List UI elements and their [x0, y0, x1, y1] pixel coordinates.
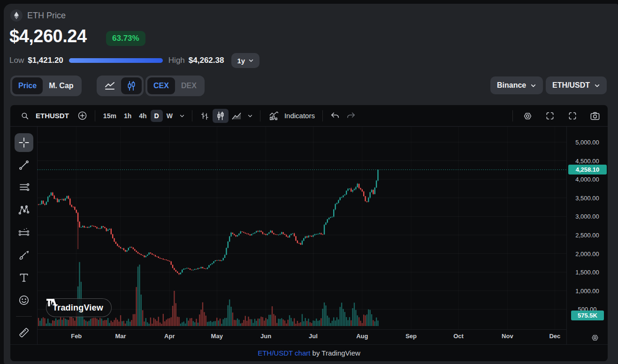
- month-tick-label: Nov: [502, 333, 513, 340]
- gear-icon: [591, 334, 599, 342]
- candlestick-chart-pane[interactable]: TradingView: [38, 127, 566, 329]
- price-tick-label: 2,500.00: [567, 232, 608, 239]
- controls-row: Price M. Cap CEX DEX Binance ETH/USDT: [4, 76, 618, 97]
- interval-4h[interactable]: 4h: [135, 110, 150, 122]
- month-tick-label: Aug: [356, 333, 368, 340]
- metric-toggle: Price M. Cap: [10, 76, 82, 96]
- trend-line-tool-button[interactable]: [15, 156, 33, 174]
- price-axis[interactable]: 5,000.004,500.004,000.003,500.003,000.00…: [566, 127, 608, 344]
- interval-1d[interactable]: D: [151, 110, 163, 122]
- exchange-dropdown[interactable]: Binance: [490, 76, 543, 94]
- volume-tag: 575.5K: [571, 311, 604, 320]
- timeframe-value: 1y: [237, 57, 245, 65]
- fullscreen-button[interactable]: [542, 109, 558, 123]
- price-scale-settings-button[interactable]: [591, 334, 599, 342]
- compare-add-button[interactable]: [75, 109, 91, 123]
- line-chart-tab[interactable]: [99, 77, 121, 94]
- text-icon: [18, 272, 30, 284]
- interval-1w[interactable]: W: [163, 110, 176, 122]
- fib-retracement-tool-button[interactable]: [15, 178, 33, 197]
- attribution-bar: ETH/USDT chart by TradingView: [10, 344, 608, 361]
- fullscreen-brackets-icon: [545, 111, 555, 121]
- crosshair-tool-button[interactable]: [15, 133, 33, 152]
- exchange-value: Binance: [497, 81, 526, 90]
- low-value: $1,421.20: [28, 56, 63, 65]
- pair-dropdown[interactable]: ETH/USDT: [546, 76, 607, 94]
- chart-attribution-link[interactable]: ETH/USDT chart: [258, 349, 310, 357]
- chevron-down-icon: [179, 113, 185, 119]
- maximize-chart-button[interactable]: [565, 109, 580, 123]
- interval-1h[interactable]: 1h: [120, 110, 135, 122]
- tools-divider: [16, 316, 32, 317]
- candlestick-icon: [127, 81, 136, 91]
- tradingview-watermark-label: TradingView: [53, 303, 103, 313]
- redo-icon: [346, 112, 356, 120]
- month-tick-label: Apr: [164, 333, 175, 340]
- redo-button[interactable]: [343, 109, 359, 123]
- month-tick-label: Jul: [309, 333, 318, 340]
- symbol-search-button[interactable]: [17, 109, 33, 123]
- chevron-down-icon: [247, 113, 253, 119]
- measure-tool-button[interactable]: [15, 323, 33, 342]
- change-percent-badge: 63.73%: [106, 31, 145, 46]
- time-axis[interactable]: FebMarAprMayJunJulAugSepOctNovDec: [38, 329, 566, 344]
- pair-value: ETH/USDT: [552, 81, 590, 90]
- venue-toggle: CEX DEX: [145, 76, 205, 96]
- undo-icon: [330, 112, 340, 120]
- drawing-tools-sidebar: [10, 127, 38, 344]
- area-style-button[interactable]: [229, 109, 244, 123]
- price-tab[interactable]: Price: [12, 77, 43, 94]
- interval-menu-button[interactable]: [176, 109, 188, 123]
- screenshot-button[interactable]: [587, 109, 603, 123]
- style-menu-button[interactable]: [244, 109, 256, 123]
- bars-style-button[interactable]: [197, 109, 213, 123]
- projection-icon: [18, 227, 30, 239]
- month-tick-label: Mar: [115, 333, 126, 340]
- widget-header: ETH Price: [10, 9, 66, 22]
- high-value: $4,262.38: [189, 56, 224, 65]
- emoji-tool-button[interactable]: [15, 291, 33, 310]
- chart-toolbar: ETHUSDT 15m 1h 4h D W: [10, 105, 608, 127]
- month-tick-label: Sep: [405, 333, 417, 340]
- indicators-button[interactable]: [265, 109, 283, 123]
- undo-button[interactable]: [327, 109, 343, 123]
- price-tick-label: 1,000.00: [567, 288, 608, 295]
- low-high-range-row: Low $1,421.20 High $4,262.38 1y: [9, 53, 259, 68]
- emoji-smiley-icon: [18, 294, 30, 306]
- mcap-tab[interactable]: M. Cap: [43, 77, 79, 94]
- price-tick-label: 4,000.00: [567, 176, 608, 183]
- tradingview-watermark[interactable]: TradingView: [46, 298, 112, 317]
- chart-settings-button[interactable]: [519, 109, 535, 123]
- area-chart-icon: [231, 111, 242, 121]
- gear-icon: [523, 111, 533, 121]
- line-chart-icon: [104, 81, 115, 91]
- eth-logo-icon: [10, 9, 23, 22]
- xabcd-pattern-tool-button[interactable]: [15, 201, 33, 220]
- candles-style-button[interactable]: [213, 109, 229, 123]
- toolbar-symbol[interactable]: ETHUSDT: [36, 112, 69, 120]
- timeframe-dropdown[interactable]: 1y: [231, 53, 259, 68]
- brush-tool-button[interactable]: [15, 246, 33, 265]
- text-tool-button[interactable]: [15, 268, 33, 287]
- price-tick-label: 3,500.00: [567, 195, 608, 202]
- candles-chart-tab[interactable]: [121, 77, 142, 94]
- crosshair-icon: [18, 136, 30, 149]
- ruler-icon: [18, 326, 30, 339]
- tradingview-widget: ETHUSDT 15m 1h 4h D W: [10, 105, 608, 361]
- xabcd-pattern-icon: [18, 204, 30, 216]
- indicators-label[interactable]: Indicators: [284, 112, 315, 120]
- dex-tab[interactable]: DEX: [175, 77, 203, 94]
- expand-brackets-icon: [568, 111, 577, 121]
- eth-price-widget-card: ETH Price $4,260.24 63.73% Low $1,421.20…: [4, 4, 618, 364]
- cex-tab[interactable]: CEX: [147, 77, 175, 94]
- month-tick-label: Oct: [453, 333, 464, 340]
- interval-15m[interactable]: 15m: [99, 110, 120, 122]
- price-tick-label: 4,500.00: [567, 158, 608, 165]
- widget-title: ETH Price: [27, 11, 66, 21]
- price-tick-label: 5,000.00: [567, 139, 608, 146]
- projection-tool-button[interactable]: [15, 223, 33, 242]
- fib-retracement-icon: [18, 182, 30, 194]
- chevron-down-icon: [594, 83, 600, 89]
- ohlc-bars-icon: [200, 111, 209, 121]
- price-tick-label: 1,500.00: [567, 269, 608, 276]
